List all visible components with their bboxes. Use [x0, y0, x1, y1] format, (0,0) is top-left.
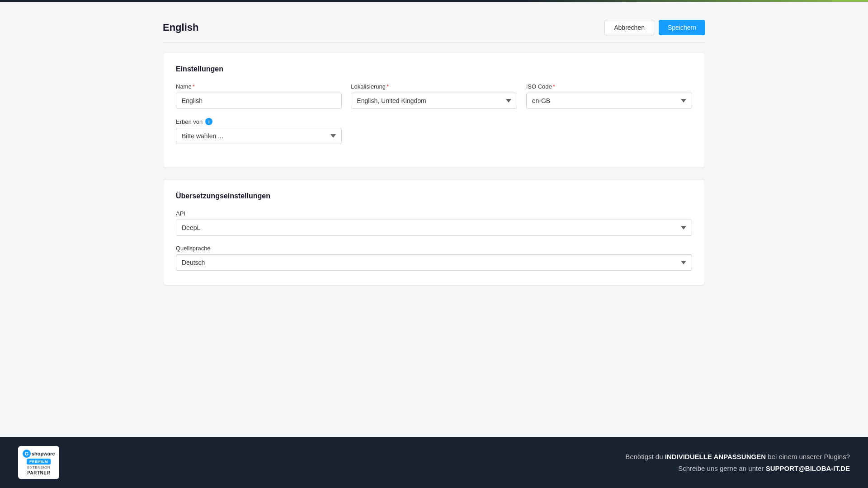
page-title: English	[163, 22, 198, 33]
inherit-label: Erben von	[176, 118, 203, 125]
inherit-form-group: Erben von i Bitte wählen ...	[176, 118, 342, 144]
locale-select[interactable]: English, United Kingdom	[351, 93, 517, 109]
settings-card-title: Einstellungen	[176, 65, 692, 73]
api-label: API	[176, 210, 692, 217]
source-language-select[interactable]: Deutsch	[176, 254, 692, 271]
settings-form-row-2: Erben von i Bitte wählen ...	[176, 118, 692, 144]
settings-form-row-1: Name* Lokalisierung* English, United Kin…	[176, 83, 692, 109]
translation-card: Übersetzungseinstellungen API DeepL Quel…	[163, 179, 705, 286]
footer-logo: G shopware PREMIUM EXTENSION PARTNER	[18, 446, 59, 479]
footer-promo-text2: bei einem unserer Plugins?	[766, 453, 850, 460]
footer: G shopware PREMIUM EXTENSION PARTNER Ben…	[0, 437, 868, 488]
locale-label: Lokalisierung*	[351, 83, 517, 90]
iso-form-group: ISO Code* en-GB	[526, 83, 692, 109]
footer-support-line: Schreibe uns gerne an unter SUPPORT@BILO…	[625, 463, 850, 474]
inherit-select[interactable]: Bitte wählen ...	[176, 128, 342, 144]
name-form-group: Name*	[176, 83, 342, 109]
top-accent-bar	[0, 0, 868, 2]
settings-card: Einstellungen Name* Lokalisierung* Engli…	[163, 52, 705, 168]
extension-text: EXTENSION	[27, 465, 50, 469]
source-language-form-group: Quellsprache Deutsch	[176, 245, 692, 271]
shopware-g-icon: G	[23, 450, 31, 458]
premium-badge: PREMIUM	[27, 459, 51, 465]
translation-card-title: Übersetzungseinstellungen	[176, 192, 692, 200]
footer-support-email: SUPPORT@BILOBA-IT.DE	[766, 465, 850, 472]
name-label: Name*	[176, 83, 342, 90]
shopware-logo-row: G shopware	[23, 450, 55, 458]
main-content: English Abbrechen Speichern Einstellunge…	[0, 2, 868, 437]
footer-promo-text1: Benötigst du	[625, 453, 665, 460]
source-language-label: Quellsprache	[176, 245, 692, 252]
iso-label: ISO Code*	[526, 83, 692, 90]
footer-text: Benötigst du INDIVIDUELLE ANPASSUNGEN be…	[625, 451, 850, 474]
inherit-label-row: Erben von i	[176, 118, 342, 125]
header-actions: Abbrechen Speichern	[604, 20, 705, 35]
partner-text: PARTNER	[27, 470, 50, 475]
footer-promo-bold: INDIVIDUELLE ANPASSUNGEN	[665, 453, 766, 460]
footer-promo-line: Benötigst du INDIVIDUELLE ANPASSUNGEN be…	[625, 451, 850, 463]
api-select[interactable]: DeepL	[176, 220, 692, 236]
locale-form-group: Lokalisierung* English, United Kingdom	[351, 83, 517, 109]
page-header: English Abbrechen Speichern	[163, 20, 705, 43]
api-form-group: API DeepL	[176, 210, 692, 236]
cancel-button[interactable]: Abbrechen	[604, 20, 654, 35]
shopware-badge: G shopware PREMIUM EXTENSION PARTNER	[18, 446, 59, 479]
shopware-brand-name: shopware	[32, 451, 55, 456]
inherit-info-icon[interactable]: i	[205, 118, 212, 125]
footer-support-text: Schreibe uns gerne an unter	[678, 465, 765, 472]
save-button[interactable]: Speichern	[659, 20, 705, 35]
iso-select[interactable]: en-GB	[526, 93, 692, 109]
name-input[interactable]	[176, 93, 342, 109]
